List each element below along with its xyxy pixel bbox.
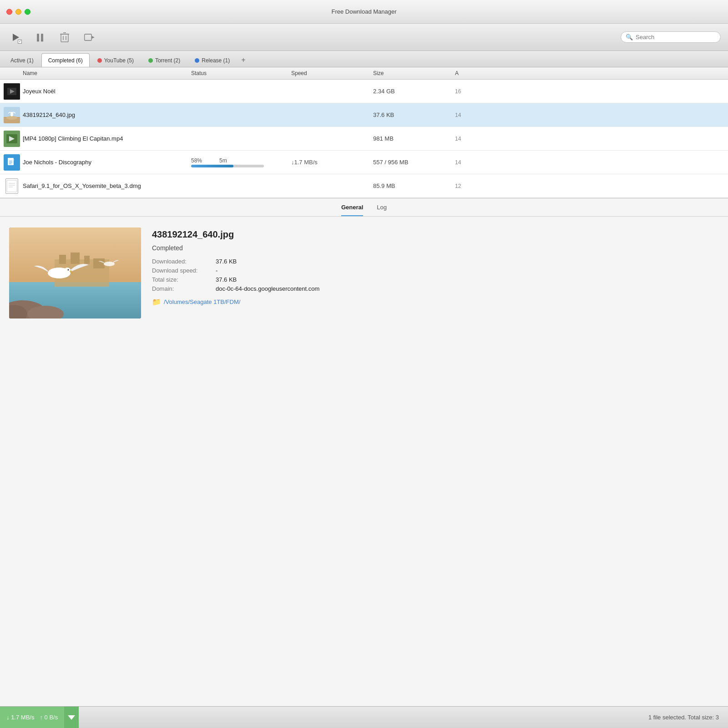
download-speed-value: -	[216, 267, 719, 274]
row-icon	[4, 154, 20, 171]
row-added: 14	[455, 159, 510, 166]
table-row[interactable]: Joe Nichols - Discography 58% 5m ↓1.7 MB…	[0, 151, 728, 174]
search-box[interactable]: 🔍	[621, 31, 721, 43]
row-size: 2.34 GB	[373, 88, 455, 95]
row-filename: 438192124_640.jpg	[23, 111, 191, 118]
svg-point-17	[6, 116, 17, 120]
close-button[interactable]	[6, 9, 12, 15]
svg-rect-3	[37, 40, 39, 42]
svg-rect-5	[61, 34, 68, 42]
detail-meta: Downloaded: 37.6 KB Download speed: - To…	[152, 258, 719, 292]
svg-rect-36	[84, 256, 90, 264]
play-button[interactable]: ✓	[7, 29, 24, 46]
svg-rect-27	[7, 180, 17, 192]
row-filename: Joyeux Noël	[23, 88, 191, 95]
table-row[interactable]: Joyeux Noël 2.34 GB 16	[0, 80, 728, 103]
toolbar: ✓	[0, 24, 728, 51]
row-icon	[4, 83, 20, 100]
svg-point-43	[64, 268, 71, 273]
col-header-speed: Speed	[291, 70, 373, 76]
status-bar: ↓ 1.7 MB/s ↑ 0 B/s 1 file selected. Tota…	[0, 706, 728, 728]
svg-point-44	[68, 269, 69, 271]
row-size: 37.6 KB	[373, 111, 455, 118]
row-icon	[4, 131, 20, 147]
tabs-bar: Active (1) Completed (6) YouTube (5) Tor…	[0, 51, 728, 67]
row-added: 14	[455, 112, 510, 118]
window-chrome	[6, 9, 30, 15]
row-filename: Safari_9.1_for_OS_X_Yosemite_beta_3.dmg	[23, 182, 191, 189]
tab-general[interactable]: General	[341, 204, 363, 216]
path-text: /Volumes/Seagate 1TB/FDM/	[164, 298, 240, 305]
pause-button[interactable]	[32, 29, 48, 46]
download-list: Joyeux Noël 2.34 GB 16 438192124_640.jpg	[0, 80, 728, 198]
progress-fill	[191, 165, 233, 167]
total-size-label: Total size:	[152, 276, 216, 283]
detail-preview	[9, 228, 141, 318]
tab-log[interactable]: Log	[377, 204, 387, 216]
detail-path[interactable]: 📁 /Volumes/Seagate 1TB/FDM/	[152, 298, 719, 306]
row-icon	[4, 107, 20, 123]
tab-youtube[interactable]: YouTube (5)	[91, 53, 141, 67]
progress-time: 5m	[219, 157, 227, 164]
progress-bar	[191, 165, 264, 167]
row-filename: Joe Nichols - Discography	[23, 159, 191, 166]
detail-info: 438192124_640.jpg Completed Downloaded: …	[152, 228, 719, 695]
svg-rect-10	[85, 34, 91, 40]
domain-value: doc-0c-64-docs.googleusercontent.com	[216, 285, 719, 292]
youtube-dot	[97, 58, 102, 63]
svg-rect-1	[37, 34, 39, 41]
total-size-value: 37.6 KB	[216, 276, 719, 283]
upload-speed-indicator: ↑ 0 B/s	[40, 714, 58, 721]
detail-tabs: General Log	[0, 198, 728, 217]
move-button[interactable]	[81, 29, 97, 46]
table-row[interactable]: Safari_9.1_for_OS_X_Yosemite_beta_3.dmg …	[0, 174, 728, 198]
table-row[interactable]: 438192124_640.jpg 37.6 KB 14	[0, 103, 728, 127]
add-tab-button[interactable]: +	[238, 53, 249, 67]
svg-marker-46	[68, 715, 75, 720]
row-status: 58% 5m	[191, 157, 291, 167]
col-header-size: Size	[373, 70, 455, 76]
tab-torrent[interactable]: Torrent (2)	[142, 53, 187, 67]
torrent-dot	[148, 58, 153, 63]
status-speeds: ↓ 1.7 MB/s ↑ 0 B/s	[0, 707, 64, 728]
downloaded-label: Downloaded:	[152, 258, 216, 265]
svg-rect-35	[71, 253, 80, 264]
col-header-status: Status	[191, 70, 291, 76]
minimize-button[interactable]	[15, 9, 21, 15]
search-icon: 🔍	[626, 34, 633, 40]
detail-filename: 438192124_640.jpg	[152, 229, 719, 240]
detail-content: 438192124_640.jpg Completed Downloaded: …	[0, 217, 728, 706]
row-icon	[4, 178, 20, 194]
svg-rect-2	[41, 34, 43, 41]
delete-button[interactable]	[56, 29, 73, 46]
table-header: Name Status Speed Size A	[0, 67, 728, 80]
row-speed: ↓1.7 MB/s	[291, 159, 373, 166]
col-header-name: Name	[0, 70, 191, 76]
tab-active[interactable]: Active (1)	[4, 53, 40, 67]
domain-label: Domain:	[152, 285, 216, 292]
row-filename: [MP4 1080p] Climbing El Capitan.mp4	[23, 135, 191, 142]
release-dot	[195, 58, 199, 63]
folder-icon: 📁	[152, 298, 161, 306]
tab-completed[interactable]: Completed (6)	[41, 53, 90, 67]
table-row[interactable]: [MP4 1080p] Climbing El Capitan.mp4 981 …	[0, 127, 728, 151]
maximize-button[interactable]	[25, 9, 30, 15]
row-size: 981 MB	[373, 135, 455, 142]
status-message: 1 file selected. Total size: 3	[79, 707, 728, 728]
row-size: 557 / 956 MB	[373, 159, 455, 166]
detail-status-text: Completed	[152, 244, 719, 252]
svg-rect-34	[59, 255, 66, 264]
download-speed-label: Download speed:	[152, 267, 216, 274]
tab-release[interactable]: Release (1)	[188, 53, 237, 67]
row-added: 14	[455, 136, 510, 142]
row-added: 16	[455, 88, 510, 95]
expand-button[interactable]	[64, 707, 79, 728]
app-title: Free Download Manager	[331, 8, 396, 15]
svg-rect-37	[93, 258, 105, 268]
downloaded-value: 37.6 KB	[216, 258, 719, 265]
svg-point-18	[10, 112, 13, 116]
col-header-added: A	[455, 70, 510, 76]
search-input[interactable]	[636, 34, 716, 40]
titlebar: Free Download Manager	[0, 0, 728, 24]
download-speed-indicator: ↓ 1.7 MB/s	[6, 714, 34, 721]
